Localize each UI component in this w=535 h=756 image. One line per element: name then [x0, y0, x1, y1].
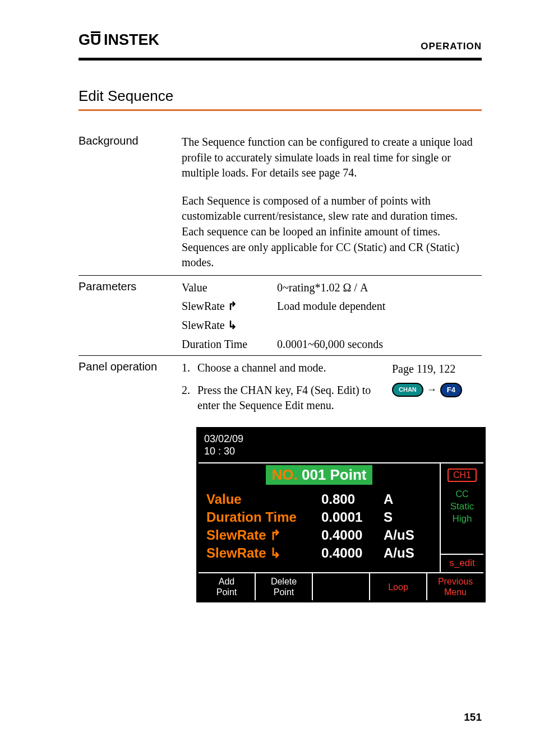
- loop-button[interactable]: Loop: [370, 573, 427, 600]
- param-row: SlewRate ↳: [182, 318, 482, 333]
- step-row: 2. Press the CHAN key, F4 (Seq. Edit) to…: [182, 383, 482, 414]
- device-param-label: SlewRate ↳: [206, 545, 321, 561]
- device-param-row: SlewRate ↳ 0.4000 A/uS: [206, 545, 434, 561]
- arrow-up-icon: ↱: [270, 527, 281, 542]
- mode-cc-label: CC: [455, 488, 468, 500]
- device-param-label: SlewRate ↱: [206, 527, 321, 543]
- arrow-down-icon: ↳: [270, 545, 281, 560]
- empty-button-slot: [313, 573, 370, 600]
- parameters-label: Parameters: [79, 280, 169, 353]
- mode-high-label: High: [453, 513, 472, 526]
- param-row: Duration Time 0.0001~60,000 seconds: [182, 337, 482, 353]
- device-param-value: 0.4000: [321, 545, 380, 561]
- device-param-unit: A/uS: [384, 545, 414, 561]
- panel-label: Panel operation: [79, 360, 169, 419]
- device-param-row: Duration Time 0.0001 S: [206, 509, 434, 525]
- param-name: Value: [182, 280, 277, 296]
- device-param-value: 0.4000: [321, 527, 380, 543]
- param-value: Load module dependent: [277, 299, 482, 314]
- arrow-down-icon: ↳: [228, 318, 237, 333]
- section-rule: [79, 109, 482, 111]
- page-number: 151: [464, 711, 482, 723]
- key-sequence: CHAN → F4: [392, 383, 462, 397]
- step-text: Press the CHAN key, F4 (Seq. Edit) to en…: [197, 383, 392, 414]
- background-label: Background: [79, 134, 169, 273]
- step-text: Choose a channel and mode.: [197, 360, 392, 376]
- device-param-value: 0.800: [321, 491, 380, 507]
- delete-point-button[interactable]: Delete Point: [256, 573, 313, 600]
- param-name: SlewRate ↱: [182, 299, 277, 314]
- device-param-value: 0.0001: [321, 509, 380, 525]
- section-title: Edit Sequence: [79, 87, 482, 105]
- header-section-label: OPERATION: [421, 41, 482, 52]
- divider: [79, 355, 482, 356]
- header-rule: [79, 58, 482, 61]
- param-name: Duration Time: [182, 337, 277, 353]
- device-time: 10 : 30: [204, 445, 478, 458]
- device-title-no: NO.: [271, 466, 297, 483]
- device-main-panel: Value 0.800 A Duration Time 0.0001 S Sle…: [199, 487, 440, 572]
- device-title-rest: 001 Point: [298, 466, 367, 483]
- device-title-bar: NO. 001 Point: [199, 463, 440, 487]
- add-point-button[interactable]: Add Point: [199, 573, 256, 600]
- param-name: SlewRate ↳: [182, 318, 277, 333]
- device-side-panel: CC Static High s_edit: [440, 487, 483, 572]
- background-para2: Each Sequence is composed of a number of…: [182, 193, 482, 271]
- device-param-row: Value 0.800 A: [206, 491, 434, 507]
- param-row: Value 0~rating*1.02 Ω / A: [182, 280, 482, 296]
- device-title: NO. 001 Point: [266, 465, 372, 485]
- arrow-right-icon: →: [427, 383, 437, 397]
- device-date: 03/02/09: [204, 433, 478, 446]
- param-value: 0.0001~60,000 seconds: [277, 337, 482, 353]
- divider: [79, 275, 482, 276]
- device-param-row: SlewRate ↱ 0.4000 A/uS: [206, 527, 434, 543]
- step-number: 2.: [182, 383, 197, 398]
- device-screen: 03/02/09 10 : 30 NO. 001 Point CH1 Value…: [196, 427, 486, 602]
- background-para1: The Sequence function can be configured …: [182, 134, 482, 181]
- param-row: SlewRate ↱ Load module dependent: [182, 299, 482, 314]
- device-param-unit: A: [384, 491, 393, 507]
- page-reference: Page 119, 122: [392, 360, 455, 377]
- svg-rect-3: [91, 31, 100, 33]
- arrow-up-icon: ↱: [228, 299, 237, 314]
- device-datetime: 03/02/09 10 : 30: [199, 429, 483, 462]
- chan-key-icon: CHAN: [392, 383, 423, 397]
- sedit-label: s_edit: [441, 554, 483, 572]
- step-number: 1.: [182, 360, 197, 376]
- device-channel-box: CH1: [440, 463, 483, 487]
- param-value: [277, 318, 482, 333]
- device-param-label: Duration Time: [206, 509, 321, 525]
- svg-rect-2: [91, 34, 100, 36]
- svg-text:G: G: [79, 31, 91, 48]
- device-param-unit: S: [384, 509, 393, 525]
- channel-badge: CH1: [448, 469, 477, 482]
- svg-text:INSTEK: INSTEK: [104, 31, 160, 48]
- f4-key-icon: F4: [440, 383, 462, 397]
- device-button-bar: Add Point Delete Point Loop Previous Men…: [199, 572, 483, 600]
- brand-logo: G U INSTEK: [79, 31, 174, 52]
- step-row: 1. Choose a channel and mode. Page 119, …: [182, 360, 482, 377]
- param-value: 0~rating*1.02 Ω / A: [277, 280, 482, 296]
- device-param-label: Value: [206, 491, 321, 507]
- device-param-unit: A/uS: [384, 527, 414, 543]
- previous-menu-button[interactable]: Previous Menu: [427, 573, 483, 600]
- mode-static-label: Static: [450, 500, 474, 513]
- svg-text:U: U: [90, 31, 102, 48]
